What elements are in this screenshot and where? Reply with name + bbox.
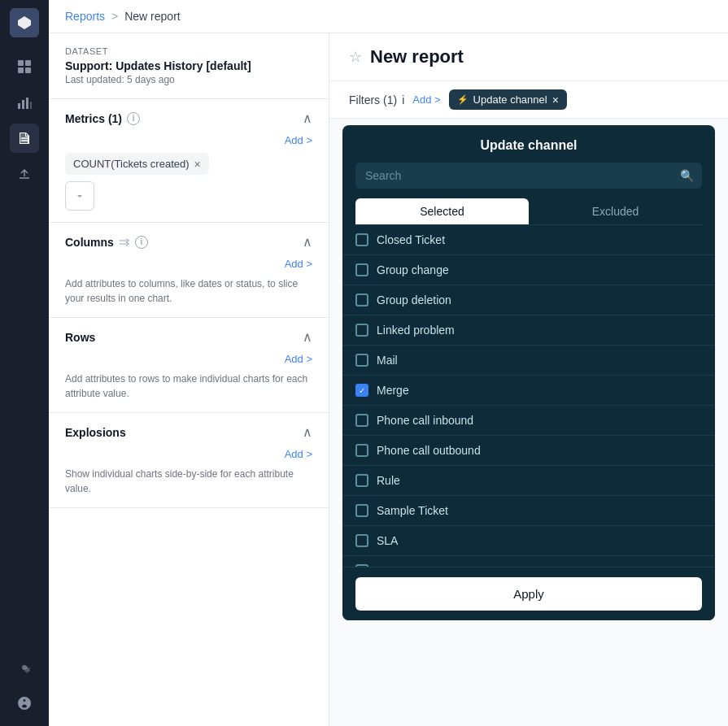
rows-desc: Add attributes to rows to make individua…	[65, 372, 312, 401]
checkbox[interactable]	[355, 293, 368, 306]
columns-shuffle-icon	[119, 237, 130, 248]
columns-add-link[interactable]: Add >	[65, 258, 312, 270]
metric-chip: COUNT(Tickets created) ×	[65, 153, 209, 175]
rows-collapse-btn[interactable]: ∧	[303, 329, 312, 345]
svg-rect-8	[30, 102, 32, 109]
columns-info-icon[interactable]: i	[135, 236, 148, 249]
sidebar-item-support[interactable]	[10, 689, 39, 718]
explosions-desc: Show individual charts side-by-side for …	[65, 467, 312, 496]
item-label: Sms	[377, 564, 399, 567]
svg-rect-3	[18, 67, 24, 73]
list-item[interactable]: Group deletion	[342, 285, 715, 315]
metric-chip-remove-btn[interactable]: ×	[194, 159, 201, 170]
checkbox[interactable]	[355, 233, 368, 246]
list-item[interactable]: Sample Ticket	[342, 496, 715, 526]
tab-selected[interactable]: Selected	[355, 198, 529, 224]
rows-add-link[interactable]: Add >	[65, 353, 312, 365]
columns-collapse-btn[interactable]: ∧	[303, 234, 312, 250]
explosions-section: Explosions ∧ Add > Show individual chart…	[49, 413, 329, 508]
list-item[interactable]: Mail	[342, 346, 715, 376]
sidebar-item-reports[interactable]	[10, 124, 39, 153]
filter-chip-close-btn[interactable]: ×	[552, 94, 559, 106]
columns-desc: Add attributes to columns, like dates or…	[65, 276, 312, 306]
filters-info-icon[interactable]: i	[402, 93, 404, 107]
list-item[interactable]: Phone call outbound	[342, 436, 715, 466]
rows-title: Rows	[65, 331, 95, 344]
metric-chip-label: COUNT(Tickets created)	[73, 158, 190, 170]
item-label: Group change	[377, 263, 449, 276]
checkbox[interactable]	[355, 444, 368, 457]
list-item[interactable]: Linked problem	[342, 315, 715, 346]
list-item[interactable]: Merge	[342, 376, 715, 406]
right-panel: ☆ New report Filters (1) i Add > ⚡ Updat…	[329, 33, 728, 726]
list-item[interactable]: Rule	[342, 466, 715, 496]
filter-chip-update-channel[interactable]: ⚡ Update channel ×	[449, 89, 567, 110]
checkbox[interactable]	[355, 354, 368, 367]
checkbox[interactable]	[355, 474, 368, 487]
list-item[interactable]: Sms	[342, 556, 715, 567]
sidebar-item-analytics[interactable]	[10, 88, 39, 117]
dataset-section: Dataset Support: Updates History [defaul…	[49, 33, 329, 99]
checkbox[interactable]	[355, 504, 368, 517]
item-label: Sample Ticket	[377, 504, 448, 517]
metrics-title: Metrics (1) i	[65, 112, 140, 125]
item-label: Merge	[377, 384, 409, 397]
dataset-updated: Last updated: 5 days ago	[65, 74, 312, 85]
metrics-add-link[interactable]: Add >	[65, 134, 312, 146]
svg-rect-1	[18, 60, 24, 66]
report-header: ☆ New report	[329, 33, 728, 81]
content-layout: Dataset Support: Updates History [defaul…	[49, 33, 728, 726]
filter-chip-label: Update channel	[473, 93, 547, 106]
checkbox[interactable]	[355, 263, 368, 276]
checkbox[interactable]	[355, 414, 368, 427]
list-item[interactable]: Closed Ticket	[342, 225, 715, 255]
search-icon: 🔍	[680, 169, 694, 182]
search-box: 🔍	[355, 163, 702, 189]
update-channel-dropdown: Update channel 🔍 Selected Excluded Close…	[342, 125, 715, 620]
item-label: Rule	[377, 474, 400, 487]
breadcrumb-reports-link[interactable]: Reports	[65, 10, 105, 23]
rows-header: Rows ∧	[65, 329, 312, 345]
list-item[interactable]: SLA	[342, 526, 715, 556]
filter-chip-icon: ⚡	[457, 94, 469, 105]
dataset-name: Support: Updates History [default]	[65, 59, 312, 72]
search-input[interactable]	[355, 163, 702, 189]
metrics-info-icon[interactable]: i	[127, 112, 140, 125]
svg-rect-6	[22, 100, 24, 109]
checkbox[interactable]	[355, 324, 368, 337]
tab-excluded[interactable]: Excluded	[529, 198, 702, 224]
dataset-label: Dataset	[65, 46, 312, 56]
main-area: Reports > New report Dataset Support: Up…	[49, 0, 728, 726]
list-item[interactable]: Group change	[342, 255, 715, 285]
chart-placeholder[interactable]	[65, 181, 94, 211]
sidebar-item-settings[interactable]	[10, 653, 39, 682]
explosions-add-link[interactable]: Add >	[65, 448, 312, 460]
sidebar-item-dashboard[interactable]	[10, 52, 39, 81]
item-label: Phone call outbound	[377, 444, 481, 457]
sidebar	[0, 0, 49, 726]
left-panel: Dataset Support: Updates History [defaul…	[49, 33, 329, 726]
apply-button[interactable]: Apply	[355, 577, 702, 611]
checkbox[interactable]	[355, 534, 368, 547]
svg-marker-0	[18, 16, 31, 29]
checkbox[interactable]	[355, 564, 368, 567]
star-icon[interactable]: ☆	[349, 48, 362, 66]
explosions-header: Explosions ∧	[65, 424, 312, 440]
explosions-title: Explosions	[65, 426, 126, 439]
checkbox[interactable]	[355, 384, 368, 397]
svg-rect-2	[25, 60, 31, 66]
item-label: Linked problem	[377, 324, 455, 337]
item-label: Closed Ticket	[377, 233, 445, 246]
filters-label: Filters (1) i	[349, 93, 404, 107]
sidebar-logo	[10, 8, 39, 37]
filters-bar: Filters (1) i Add > ⚡ Update channel ×	[329, 81, 728, 119]
add-filter-btn[interactable]: Add >	[412, 93, 440, 106]
metrics-collapse-btn[interactable]: ∧	[303, 111, 312, 126]
explosions-collapse-btn[interactable]: ∧	[303, 424, 312, 440]
rows-section: Rows ∧ Add > Add attributes to rows to m…	[49, 318, 329, 413]
breadcrumb-separator: >	[111, 10, 118, 23]
sidebar-item-upload[interactable]	[10, 159, 39, 189]
columns-section: Columns i ∧ Add > Add attributes to colu…	[49, 223, 329, 318]
list-item[interactable]: Phone call inbound	[342, 406, 715, 436]
metrics-header: Metrics (1) i ∧	[65, 111, 312, 126]
